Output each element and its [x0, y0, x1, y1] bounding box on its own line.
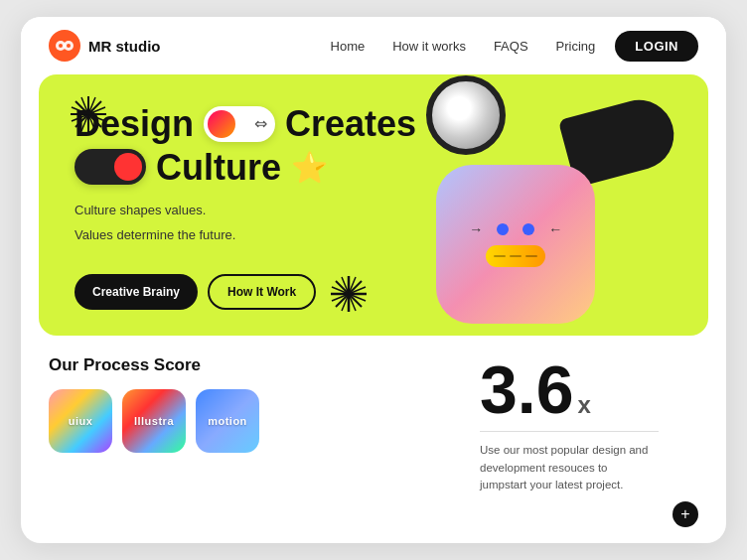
- nav-pricing[interactable]: Pricing: [556, 39, 596, 54]
- robot-eye-right: [523, 223, 534, 235]
- hero-word1: Design: [75, 104, 194, 144]
- process-section: Our Process Score uiux Illustra motion: [49, 355, 460, 527]
- robot-mouth-line: [525, 255, 537, 257]
- hero-section: Design Creates Culture ⭐ Culture shapes …: [39, 74, 708, 336]
- robot-mouth-line: [494, 255, 506, 257]
- process-title: Our Process Score: [49, 355, 460, 375]
- robot-eyes: → ←: [469, 221, 562, 237]
- svg-point-2: [59, 44, 63, 48]
- robot-face: → ←: [436, 165, 595, 324]
- score-number: 3.6: [480, 355, 574, 423]
- toggle-dark-knob: [114, 153, 142, 181]
- process-icon-motion[interactable]: motion: [196, 389, 259, 453]
- star-icon: ⭐: [291, 150, 328, 185]
- hero-buttons: Creative Brainy How It Work: [75, 274, 416, 310]
- logo-icon: [49, 30, 80, 62]
- hero-title-line1: Design Creates: [75, 104, 416, 144]
- creative-brainy-button[interactable]: Creative Brainy: [75, 274, 198, 310]
- robot-eye-left: [497, 223, 509, 235]
- process-icon-uiux[interactable]: uiux: [49, 389, 112, 453]
- score-row: 3.6 x: [480, 355, 698, 423]
- process-icon-illustra[interactable]: Illustra: [122, 389, 186, 453]
- svg-point-3: [67, 44, 71, 48]
- hero-word2: Creates: [285, 104, 416, 144]
- hero-subtitle2: Values determine the future.: [75, 225, 313, 246]
- how-it-work-button[interactable]: How It Work: [208, 274, 316, 310]
- nav-home[interactable]: Home: [331, 39, 366, 54]
- header: MR studio Home How it works FAQS Pricing…: [21, 17, 726, 74]
- telescope-lens: [426, 75, 506, 155]
- score-suffix: x: [578, 391, 591, 419]
- plus-button[interactable]: +: [672, 501, 698, 527]
- hero-title-line2: Culture ⭐: [75, 148, 416, 188]
- toggle-pill-icon[interactable]: [204, 106, 275, 142]
- arrow-left-icon: →: [469, 221, 483, 237]
- robot-mouth-lines: [494, 255, 537, 257]
- process-icons-row: uiux Illustra motion: [49, 389, 460, 453]
- arrow-right-icon: ←: [548, 221, 562, 237]
- hero-subtitle1: Culture shapes values.: [75, 201, 313, 221]
- login-button[interactable]: LOGIN: [615, 31, 698, 62]
- logo-text: MR studio: [88, 38, 161, 55]
- robot-mouth-line: [510, 255, 522, 257]
- logo-area: MR studio: [49, 30, 161, 62]
- bottom-section: Our Process Score uiux Illustra motion 3…: [21, 336, 726, 543]
- robot-container: → ←: [416, 75, 674, 334]
- score-description: Use our most popular design and developm…: [480, 442, 649, 493]
- nav-faqs[interactable]: FAQS: [494, 39, 528, 54]
- nav: Home How it works FAQS Pricing: [331, 39, 596, 54]
- hero-left: Design Creates Culture ⭐ Culture shapes …: [75, 104, 416, 306]
- hero-illustration: → ←: [416, 104, 674, 306]
- robot-mouth: [486, 245, 545, 267]
- toggle-dark-icon[interactable]: [75, 149, 146, 185]
- hero-word3: Culture: [156, 148, 281, 188]
- main-card: MR studio Home How it works FAQS Pricing…: [21, 17, 726, 543]
- score-section: 3.6 x Use our most popular design and de…: [480, 355, 698, 527]
- score-divider: [480, 431, 659, 433]
- nav-how-it-works[interactable]: How it works: [392, 39, 466, 54]
